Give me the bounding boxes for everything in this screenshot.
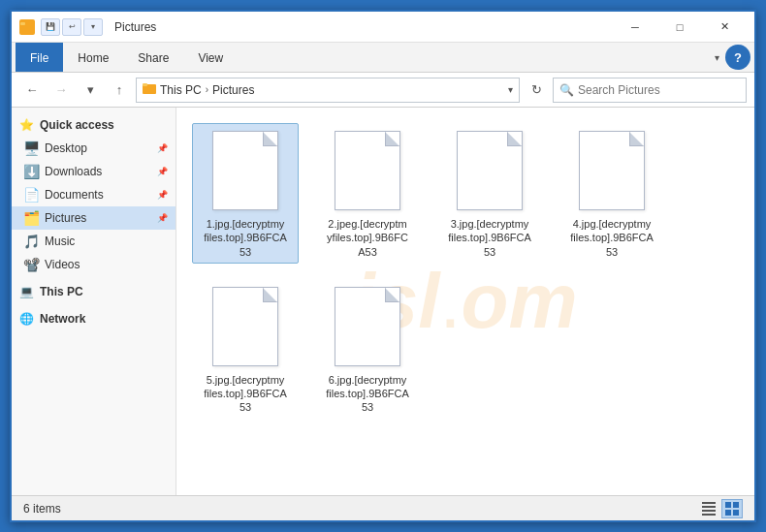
sidebar-item-downloads[interactable]: ⬇️ Downloads 📌: [12, 160, 176, 183]
recent-button[interactable]: ▾: [78, 78, 103, 103]
file-icon-2: [333, 128, 402, 213]
music-icon: 🎵: [23, 234, 39, 249]
customize-quick-btn[interactable]: ▾: [83, 18, 103, 36]
file-page-2: [335, 131, 400, 210]
file-item[interactable]: 5.jpg.[decryptmyfiles.top].9B6FCA53: [192, 279, 299, 420]
svg-rect-6: [702, 506, 716, 508]
svg-rect-4: [143, 83, 147, 86]
pin-icon-downloads: 📌: [157, 167, 168, 176]
file-name-5: 5.jpg.[decryptmyfiles.top].9B6FCA53: [204, 373, 287, 415]
address-bar: ← → ▾ ↑ This PC › Pictures ▾ ↻ 🔍: [12, 73, 754, 108]
window-title: Pictures: [114, 20, 156, 34]
file-item[interactable]: 3.jpg.[decryptmyfiles.top].9B6FCA53: [436, 123, 543, 264]
file-icon-3: [455, 128, 525, 213]
svg-rect-10: [733, 502, 739, 508]
save-quick-btn[interactable]: 💾: [41, 18, 60, 36]
svg-rect-9: [725, 502, 731, 508]
search-input[interactable]: [578, 83, 740, 97]
minimize-button[interactable]: ─: [613, 12, 657, 43]
sidebar-item-music[interactable]: 🎵 Music: [12, 230, 176, 253]
sidebar-network-header[interactable]: 🌐 Network: [12, 307, 176, 330]
sidebar-quickaccess-header[interactable]: ⭐ Quick access: [12, 113, 176, 137]
forward-button[interactable]: →: [48, 78, 74, 103]
quickaccess-icon: ⭐: [19, 118, 34, 132]
search-icon: 🔍: [559, 83, 574, 97]
sidebar-item-pictures[interactable]: 🗂️ Pictures 📌: [12, 206, 176, 230]
sidebar-item-documents[interactable]: 📄 Documents 📌: [12, 183, 176, 206]
folder-icon: [19, 19, 35, 35]
tab-share[interactable]: Share: [123, 43, 183, 72]
title-bar-left: 💾 ↩ ▾ Pictures: [19, 18, 613, 36]
main-area: ⭐ Quick access 🖥️ Desktop 📌 ⬇️ Downloads…: [12, 108, 754, 495]
undo-quick-btn[interactable]: ↩: [62, 18, 81, 36]
explorer-window: 💾 ↩ ▾ Pictures ─ □ ✕ File Home Share Vie…: [10, 10, 756, 522]
sidebar-thispc-header[interactable]: 💻 This PC: [12, 280, 176, 303]
large-icons-view-button[interactable]: [721, 499, 743, 518]
pictures-icon: 🗂️: [23, 210, 39, 226]
sidebar-section-quickaccess: ⭐ Quick access 🖥️ Desktop 📌 ⬇️ Downloads…: [12, 113, 176, 276]
file-page-4: [579, 131, 645, 210]
file-name-1: 1.jpg.[decryptmyfiles.top].9B6FCA53: [204, 217, 287, 259]
content-area: isl.om 1.jpg.[decryptmyfiles.top].9B6FCA…: [176, 108, 754, 495]
pin-icon-desktop: 📌: [157, 143, 168, 153]
pin-icon-pictures: 📌: [157, 213, 168, 223]
videos-icon: 📽️: [23, 257, 39, 272]
sidebar-item-videos[interactable]: 📽️ Videos: [12, 253, 176, 276]
tab-file[interactable]: File: [16, 43, 63, 72]
title-bar: 💾 ↩ ▾ Pictures ─ □ ✕: [12, 12, 754, 43]
breadcrumb-icon: [143, 82, 156, 97]
svg-rect-8: [702, 514, 716, 516]
tab-view[interactable]: View: [183, 43, 238, 72]
details-view-button[interactable]: [698, 499, 719, 518]
file-page-1: [212, 131, 278, 210]
file-name-2: 2.jpeg.[decryptmyfiles.top].9B6FCA53: [327, 217, 408, 259]
breadcrumb-dropdown[interactable]: ▾: [508, 84, 513, 95]
ribbon-tabs: File Home Share View: [12, 43, 715, 72]
status-bar: 6 items: [12, 495, 754, 520]
file-name-6: 6.jpg.[decryptmyfiles.top].9B6FCA53: [326, 373, 409, 415]
breadcrumb-pictures[interactable]: Pictures: [212, 83, 254, 97]
file-icon-6: [333, 284, 402, 369]
downloads-icon: ⬇️: [23, 164, 39, 179]
ribbon: File Home Share View ▾ ?: [12, 43, 754, 73]
breadcrumb[interactable]: This PC › Pictures ▾: [136, 78, 520, 103]
breadcrumb-sep1: ›: [206, 84, 208, 95]
file-icon-5: [210, 284, 280, 369]
file-icon-1: [210, 128, 280, 213]
maximize-button[interactable]: □: [657, 12, 702, 43]
breadcrumb-thispc[interactable]: This PC: [160, 83, 202, 97]
tab-home[interactable]: Home: [63, 43, 123, 72]
close-button[interactable]: ✕: [702, 12, 747, 43]
refresh-button[interactable]: ↻: [524, 78, 549, 103]
svg-rect-11: [725, 510, 731, 516]
sidebar-section-thispc: 💻 This PC: [12, 280, 176, 303]
up-button[interactable]: ↑: [107, 78, 132, 103]
search-box: 🔍: [553, 78, 747, 103]
pin-icon-documents: 📌: [157, 190, 168, 200]
sidebar-section-network: 🌐 Network: [12, 307, 176, 330]
ribbon-tabs-row: File Home Share View ▾ ?: [12, 43, 754, 72]
sidebar-item-desktop[interactable]: 🖥️ Desktop 📌: [12, 137, 176, 160]
file-item[interactable]: 4.jpg.[decryptmyfiles.top].9B6FCA53: [559, 123, 665, 264]
thispc-icon: 💻: [19, 285, 34, 298]
svg-rect-7: [702, 510, 716, 512]
svg-rect-2: [20, 22, 25, 25]
file-page-5: [212, 287, 278, 366]
help-button[interactable]: ?: [725, 45, 750, 70]
file-name-3: 3.jpg.[decryptmyfiles.top].9B6FCA53: [448, 217, 531, 259]
title-controls: ─ □ ✕: [613, 12, 747, 43]
view-controls: [698, 499, 743, 518]
svg-rect-12: [733, 510, 739, 516]
file-name-4: 4.jpg.[decryptmyfiles.top].9B6FCA53: [570, 217, 654, 259]
ribbon-collapse[interactable]: ▾: [715, 52, 719, 63]
file-item[interactable]: 6.jpg.[decryptmyfiles.top].9B6FCA53: [314, 279, 421, 420]
file-item[interactable]: 1.jpg.[decryptmyfiles.top].9B6FCA53: [192, 123, 299, 264]
quick-access-toolbar: 💾 ↩ ▾: [41, 18, 103, 36]
back-button[interactable]: ←: [19, 78, 45, 103]
file-item[interactable]: 2.jpeg.[decryptmyfiles.top].9B6FCA53: [314, 123, 421, 264]
documents-icon: 📄: [23, 187, 39, 203]
file-icon-4: [577, 128, 647, 213]
file-page-6: [335, 287, 400, 366]
svg-rect-5: [702, 502, 716, 504]
desktop-icon: 🖥️: [23, 141, 39, 156]
